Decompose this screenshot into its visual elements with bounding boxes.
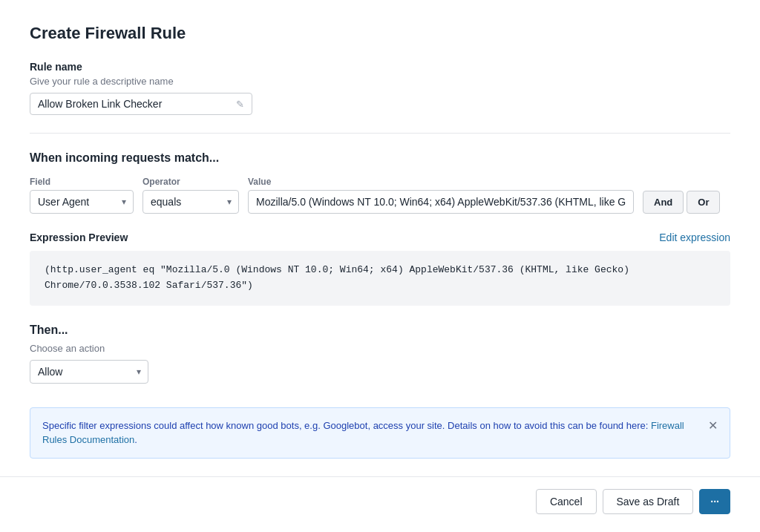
value-input[interactable] (248, 190, 634, 214)
field-row: Field User Agent IP Source Address URI C… (30, 177, 730, 214)
info-banner: Specific filter expressions could affect… (30, 407, 730, 459)
match-section-heading: When incoming requests match... (30, 151, 730, 165)
section-divider (30, 133, 730, 134)
more-button[interactable]: ··· (699, 489, 730, 514)
expression-preview-code: (http.user_agent eq "Mozilla/5.0 (Window… (30, 251, 730, 306)
operator-select[interactable]: equals contains matches does not equal (142, 190, 239, 214)
field-select[interactable]: User Agent IP Source Address URI Country… (30, 190, 134, 214)
field-column-label: Field (30, 177, 134, 187)
field-select-wrapper: User Agent IP Source Address URI Country… (30, 190, 134, 214)
rule-name-input[interactable] (38, 98, 232, 110)
edit-expression-link[interactable]: Edit expression (659, 231, 730, 243)
value-group: Value (248, 177, 634, 214)
match-section: When incoming requests match... Field Us… (30, 151, 730, 214)
page-title: Create Firewall Rule (30, 24, 730, 43)
save-draft-button[interactable]: Save as Draft (603, 489, 694, 514)
choose-action-label: Choose an action (30, 343, 730, 354)
expression-preview-title: Expression Preview (30, 231, 128, 243)
info-banner-text: Specific filter expressions could affect… (42, 418, 699, 447)
footer-bar: Cancel Save as Draft ··· (0, 476, 760, 526)
then-section: Then... Choose an action Allow Block Cha… (30, 324, 730, 384)
operator-select-wrapper: equals contains matches does not equal (142, 190, 239, 214)
expression-header: Expression Preview Edit expression (30, 231, 730, 243)
action-select[interactable]: Allow Block Challenge JS Challenge Bypas… (30, 360, 148, 384)
and-or-buttons: And Or (643, 191, 720, 214)
rule-name-sublabel: Give your rule a descriptive name (30, 76, 730, 87)
operator-group: Operator equals contains matches does no… (142, 177, 239, 214)
value-column-label: Value (248, 177, 634, 187)
action-select-wrapper: Allow Block Challenge JS Challenge Bypas… (30, 360, 148, 384)
info-banner-close-icon[interactable]: ✕ (708, 420, 718, 432)
expression-section: Expression Preview Edit expression (http… (30, 231, 730, 306)
and-button[interactable]: And (643, 191, 684, 214)
or-button[interactable]: Or (687, 191, 720, 214)
input-edit-icon: ✎ (236, 99, 244, 110)
then-heading: Then... (30, 324, 730, 337)
rule-name-label: Rule name (30, 61, 730, 73)
field-group: Field User Agent IP Source Address URI C… (30, 177, 134, 214)
cancel-button[interactable]: Cancel (536, 489, 597, 514)
operator-column-label: Operator (142, 177, 239, 187)
rule-name-section: Rule name Give your rule a descriptive n… (30, 61, 730, 115)
rule-name-input-wrapper: ✎ (30, 93, 252, 115)
